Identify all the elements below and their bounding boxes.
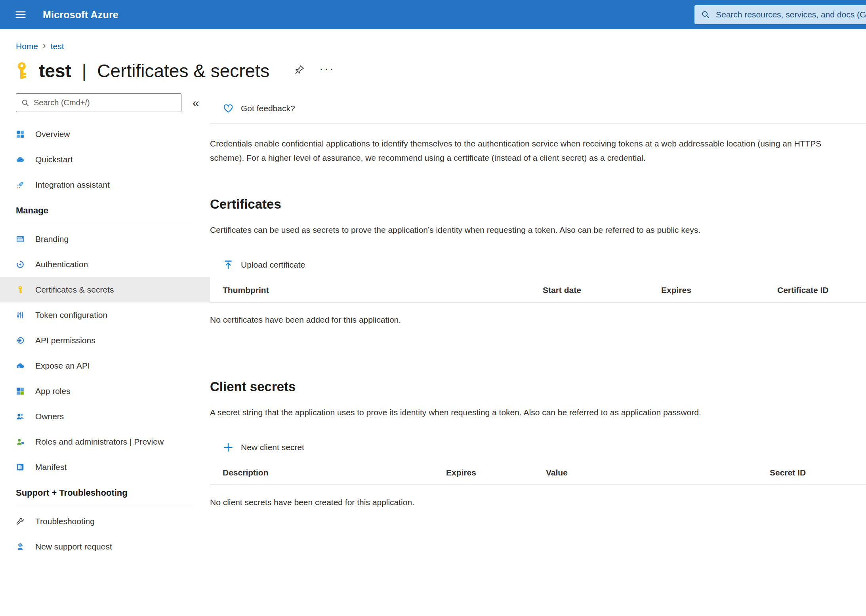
token-configuration-icon [16,311,25,319]
manifest-icon [16,463,25,472]
column-header-certificate-id: Certificate ID [777,285,866,295]
column-header-description: Description [210,468,446,477]
breadcrumb-home-link[interactable]: Home [16,42,38,51]
key-icon [12,61,32,81]
sidebar-item-authentication[interactable]: Authentication [0,252,210,277]
sidebar-item-owners[interactable]: Owners [0,404,210,429]
search-icon [701,10,710,19]
sidebar-item-overview[interactable]: Overview [0,122,210,147]
page-title: test | Certificates & secrets [39,60,269,82]
sidebar-item-troubleshooting[interactable]: Troubleshooting [0,509,210,534]
app-roles-icon [16,387,25,395]
sidebar-item-new-support-request[interactable]: New support request [0,534,210,559]
column-header-thumbprint: Thumbprint [210,285,543,295]
microsoft-azure-logo[interactable]: Microsoft Azure [43,9,118,21]
sidebar-item-integration-assistant[interactable]: Integration assistant [0,172,210,198]
authentication-icon [16,260,25,269]
new-client-secret-button[interactable]: New client secret [210,442,304,453]
certificates-heading: Certificates [210,197,866,212]
global-search-input[interactable] [716,10,866,19]
sidebar-section-manage: Manage [0,198,210,224]
azure-top-bar: Microsoft Azure [0,0,866,29]
column-header-expires: Expires [446,468,546,477]
quickstart-icon [16,155,25,164]
svg-text:www: www [17,236,22,238]
sidebar-item-label: Owners [35,412,64,421]
integration-assistant-icon [16,181,25,189]
collapse-sidebar-icon[interactable]: « [193,96,199,110]
pin-icon[interactable] [294,64,307,78]
page-title-separator: | [82,61,87,81]
client-secrets-empty-message: No client secrets have been created for … [210,498,866,507]
sidebar-item-app-roles[interactable]: App roles [0,378,210,404]
client-secrets-heading: Client secrets [210,379,866,394]
certificates-empty-message: No certificates have been added for this… [210,315,866,325]
certificates-description: Certificates can be used as secrets to p… [210,225,866,235]
global-search-box[interactable] [694,5,866,24]
upload-certificate-button[interactable]: Upload certificate [210,259,305,270]
sidebar-search-input[interactable] [34,98,176,107]
blade-sidebar: « Overview Quickstart [0,93,210,559]
sidebar-item-branding[interactable]: www Branding [0,226,210,252]
sidebar-item-label: API permissions [35,336,95,345]
hamburger-menu-icon[interactable] [12,6,29,23]
breadcrumb: Home › test [0,29,866,51]
sidebar-item-quickstart[interactable]: Quickstart [0,147,210,172]
owners-icon [16,412,25,421]
sidebar-item-label: App roles [35,386,71,396]
more-options-icon[interactable]: ··· [319,63,335,79]
branding-icon: www [16,235,25,243]
sidebar-divider [16,506,193,506]
sidebar-item-label: Integration assistant [35,180,110,190]
heart-icon [223,103,234,114]
sidebar-item-token-configuration[interactable]: Token configuration [0,302,210,328]
sidebar-item-label: Overview [35,129,70,139]
breadcrumb-test-link[interactable]: test [51,42,64,51]
sidebar-item-label: Roles and administrators | Preview [35,437,164,447]
breadcrumb-separator-icon: › [43,41,46,51]
page-title-app-name: test [39,61,71,81]
column-header-start-date: Start date [543,285,661,295]
troubleshooting-icon [16,517,25,526]
sidebar-item-label: Manifest [35,462,67,472]
got-feedback-button[interactable]: Got feedback? [223,103,295,114]
page-title-section: Certificates & secrets [97,61,269,81]
api-permissions-icon [16,336,25,345]
sidebar-item-label: Token configuration [35,310,107,320]
new-client-secret-label: New client secret [241,443,304,452]
sidebar-item-label: Certificates & secrets [35,285,114,295]
credentials-intro-text: Credentials enable confidential applicat… [210,137,866,165]
sidebar-item-label: New support request [35,542,112,551]
certificates-table-header: Thumbprint Start date Expires Certificat… [210,285,866,302]
command-bar: Got feedback? [210,99,866,118]
sidebar-item-label: Expose an API [35,361,90,371]
got-feedback-label: Got feedback? [241,104,295,113]
support-request-icon [16,542,25,551]
expose-api-icon [16,361,25,370]
search-icon [21,99,30,107]
sidebar-item-manifest[interactable]: Manifest [0,454,210,480]
certificates-icon [16,285,25,294]
upload-icon [223,259,234,270]
upload-certificate-label: Upload certificate [241,260,305,270]
sidebar-item-api-permissions[interactable]: API permissions [0,328,210,353]
certificates-secrets-blade: Got feedback? Credentials enable confide… [210,93,866,559]
sidebar-nav: Overview Quickstart Integration assistan… [0,122,210,559]
sidebar-item-roles-administrators[interactable]: Roles and administrators | Preview [0,429,210,454]
client-secrets-table-header: Description Expires Value Secret ID [210,468,866,485]
sidebar-search-box[interactable] [16,93,181,112]
column-header-value: Value [546,468,770,477]
sidebar-item-label: Branding [35,234,69,244]
sidebar-item-expose-an-api[interactable]: Expose an API [0,353,210,378]
sidebar-item-label: Troubleshooting [35,517,95,526]
sidebar-item-label: Quickstart [35,155,73,164]
page-body: « Overview Quickstart [0,93,866,559]
roles-administrators-icon [16,437,25,446]
column-header-secret-id: Secret ID [770,468,866,477]
sidebar-section-support: Support + Troubleshooting [0,480,210,506]
column-header-expires: Expires [661,285,777,295]
sidebar-item-certificates-secrets[interactable]: Certificates & secrets [0,277,210,302]
page-title-bar: test | Certificates & secrets ··· [0,51,866,82]
overview-icon [16,130,25,139]
client-secrets-description: A secret string that the application use… [210,408,866,417]
